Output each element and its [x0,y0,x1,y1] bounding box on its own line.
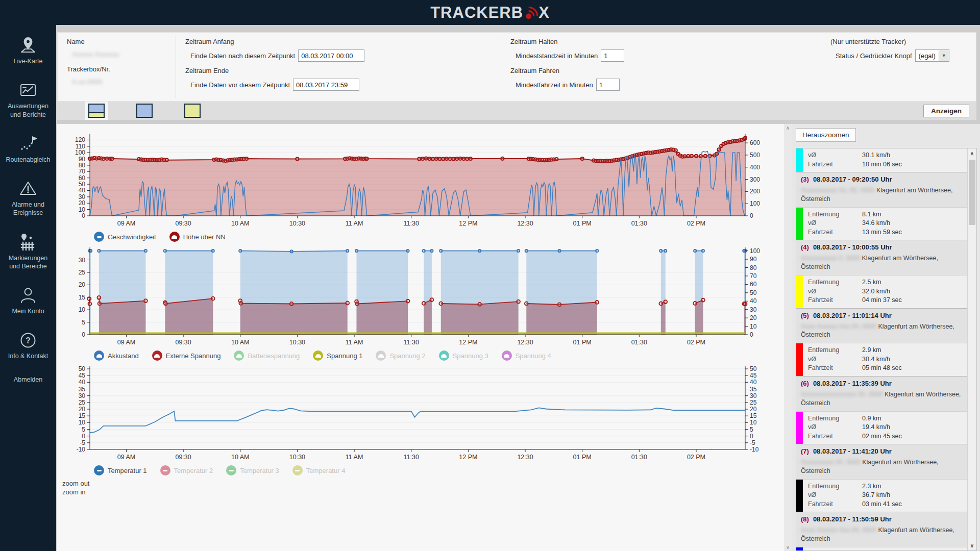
entfernung-value: 1.7 km [862,550,881,550]
svg-text:11 AM: 11 AM [346,339,363,346]
svg-text:10 AM: 10 AM [231,339,249,346]
temperature-chart[interactable]: -10-505101520253035404550-10-50510152025… [60,365,777,463]
filter-period-column: Zeitraum Anfang Finde Daten nach diesem … [176,36,501,98]
svg-text:11:30: 11:30 [404,339,419,346]
redacted-address: Xxxxxxxxxxx Xx. 00, 0000 [801,187,875,194]
ende-input[interactable] [293,79,359,91]
scroll-up-icon[interactable]: ∧ [968,151,976,156]
svg-text:80: 80 [79,162,86,169]
svg-text:40: 40 [79,379,86,386]
zeitraum-fahren-label: Zeitraum Fahren [510,67,812,74]
view-split-tab [85,102,108,120]
scrollbar-thumb[interactable] [969,160,975,225]
trip-color-bar [796,276,803,308]
legend-item-temperatur-1[interactable]: Temperatur 1 [94,465,147,475]
charts-scrollbar[interactable]: ∧ ∨ [784,124,792,551]
account-icon [18,285,38,305]
sidebar-item-info-kontakt[interactable]: ?Info & Kontakt [8,330,48,360]
svg-text:11:30: 11:30 [404,454,419,461]
svg-text:12:30: 12:30 [517,339,533,346]
sidebar-item-routenabgleich[interactable]: Routenabgleich [6,134,51,164]
trip-datetime: 08.03.2017 - 11:35:39 Uhr [813,380,892,387]
fahrtzeit-value: 04 min 37 sec [862,296,902,305]
legend-item-temperatur-4[interactable]: Temperatur 4 [292,465,346,475]
trip-list-scrollbar[interactable]: ∧ ∨ [967,148,976,550]
status-select-value: (egal) [916,52,939,60]
svg-text:-10: -10 [750,446,759,453]
mindestfahrzeit-input[interactable] [596,79,620,91]
legend-item-spannung-1[interactable]: Spannung 1 [313,350,362,361]
chevron-down-icon: ▼ [939,50,949,61]
svg-text:10:30: 10:30 [289,220,305,227]
svg-text:5: 5 [750,426,753,433]
main-content: Name Xxxxxx Xxxxxxx Trackerbox/Nr. X-xx-… [56,25,980,551]
zoom-out-link[interactable]: zoom out [62,480,98,487]
trip-entry-5[interactable]: (5)08.03.2017 - 11:01:14 UhrXxxx-Xxxxxx-… [796,309,968,377]
svg-text:10:30: 10:30 [289,339,305,346]
trip-address: Xxxxxxxxxxxxxxxxx 00, 0000 Klagenfurt am… [796,388,968,411]
route-icon [18,134,38,153]
legend-item-spannung-3[interactable]: Spannung 3 [439,350,488,361]
svg-text:40: 40 [750,379,757,386]
battery-voltage-chart[interactable]: 051015202530010203040506070809010009 AM0… [60,246,777,348]
fahrtzeit-row: Fahrtzeit04 min 37 sec [808,296,963,305]
speed-altitude-chart[interactable]: 0102030405060708090100110120010020030040… [60,132,777,229]
sidebar-item-alarme-und[interactable]: Alarme undEreignisse [12,179,44,217]
svg-text:40: 40 [750,297,757,305]
speed-altitude-legend: GeschwindigkeitHöhe über NN [94,232,784,242]
legend-item-geschwindigkeit[interactable]: Geschwindigkeit [94,232,156,242]
logo-text-right: X [538,5,550,20]
sidebar-item-mein-konto[interactable]: Mein Konto [12,285,44,315]
legend-label: Temperatur 1 [108,467,147,474]
sidebar-item-auswertungen[interactable]: Auswertungenund Berichte [8,80,48,119]
svg-text:01 PM: 01 PM [573,339,592,346]
scroll-down-icon[interactable]: ∨ [968,543,976,548]
herauszoomen-button[interactable]: Herauszoomen [796,128,856,142]
scroll-up-icon[interactable]: ∧ [784,125,792,131]
legend-item-akkustand[interactable]: Akkustand [94,350,139,361]
entfernung-value: 8.1 km [862,210,881,219]
legend-item-spannung-4[interactable]: Spannung 4 [502,350,551,361]
svg-text:11:30: 11:30 [404,220,419,227]
view-charts-blue-button[interactable] [136,104,153,118]
status-select[interactable]: (egal) ▼ [915,49,949,62]
trip-entry-partial[interactable]: vØ30.1 km/hFahrtzeit10 min 06 sec [796,148,968,172]
legend-item-externe-spannung[interactable]: Externe Spannung [152,350,221,361]
legend-item-batteriespannung[interactable]: Batteriespannung [234,350,300,361]
trip-header: (7)08.03.2017 - 11:41:20 Uhr [796,444,968,456]
trip-entry-7[interactable]: (7)08.03.2017 - 11:41:20 UhrXxxxxxxxxx 0… [796,444,968,512]
svg-text:25: 25 [79,269,86,276]
trip-header: (3)08.03.2017 - 09:20:50 Uhr [796,172,968,184]
svg-text:35: 35 [79,386,86,393]
anzeigen-button[interactable]: Anzeigen [923,105,969,117]
svg-text:25: 25 [750,399,757,406]
legend-item-spannung-2[interactable]: Spannung 2 [376,350,425,361]
sidebar-item-live-karte[interactable]: Live-Karte [14,35,43,65]
legend-item-temperatur-3[interactable]: Temperatur 3 [226,465,279,475]
svg-text:-5: -5 [750,439,755,446]
view-split-button[interactable] [88,104,105,118]
trip-number: (6) [801,380,809,387]
scroll-down-icon[interactable]: ∨ [784,544,792,550]
line-series-icon [94,232,104,242]
trip-entry-4[interactable]: (4)08.03.2017 - 10:00:55 UhrXxxxxxxxxxx … [796,240,968,308]
trip-entry-3[interactable]: (3)08.03.2017 - 09:20:50 UhrXxxxxxxxxxx … [796,172,968,240]
legend-label: Spannung 2 [389,352,425,360]
anfang-input[interactable] [298,49,364,62]
legend-item-temperatur-2[interactable]: Temperatur 2 [160,465,213,475]
fahrtzeit-row: Fahrtzeit10 min 06 sec [808,160,963,169]
svg-text:0: 0 [750,433,753,440]
fahrtzeit-row: Fahrtzeit02 min 45 sec [808,432,963,441]
charts-panel: 0102030405060708090100110120010020030040… [57,124,784,551]
legend-item-h-he-ber-nn[interactable]: Höhe über NN [169,232,226,242]
view-charts-yellow-button[interactable] [184,104,201,118]
trip-entry-6[interactable]: (6)08.03.2017 - 11:35:39 UhrXxxxxxxxxxxx… [796,377,968,444]
trip-entry-8[interactable]: (8)08.03.2017 - 11:50:59 UhrXxxx-Xxxxxx-… [796,512,968,550]
mindeststandzeit-input[interactable] [601,49,624,62]
area-series-icon [169,232,180,242]
sidebar-item-abmelden[interactable]: Abmelden [14,375,42,384]
zeitraum-halten-label: Zeitraum Halten [510,38,812,45]
svg-text:09:30: 09:30 [175,339,191,346]
zoom-in-link[interactable]: zoom in [62,488,98,496]
sidebar-item-markierungen[interactable]: Markierungenund Bereiche [9,232,47,271]
